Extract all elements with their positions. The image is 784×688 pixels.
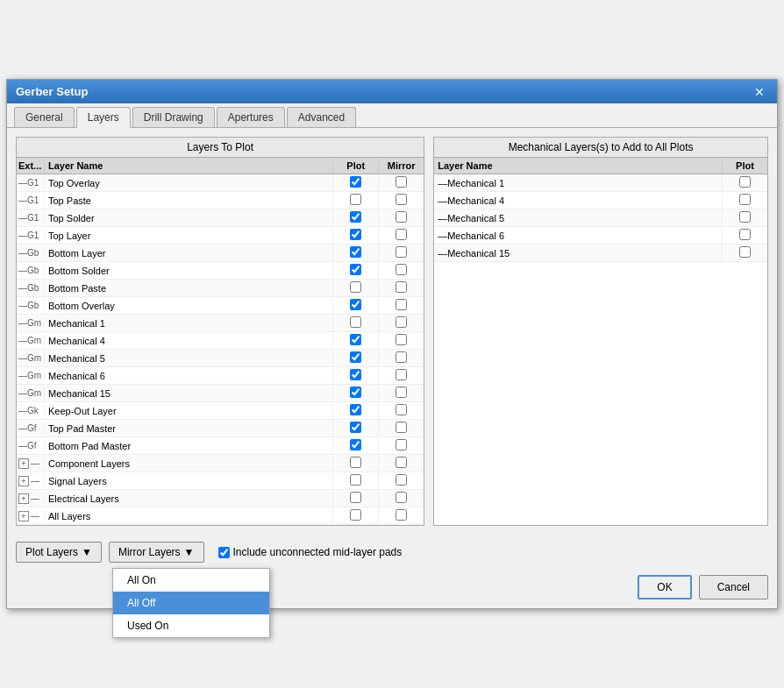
cell-plot[interactable] [332,193,378,209]
mirror-checkbox[interactable] [396,387,407,398]
plot-checkbox[interactable] [350,439,361,450]
cell-mirror[interactable] [378,193,424,209]
cell-plot[interactable] [332,456,378,472]
right-plot-checkbox[interactable] [739,194,751,205]
mirror-checkbox[interactable] [396,474,407,486]
cell-plot[interactable] [332,508,378,524]
tab-general[interactable]: General [14,107,75,127]
tab-apertures[interactable]: Apertures [217,107,285,127]
plot-checkbox[interactable] [350,369,361,380]
cell-plot[interactable] [332,386,378,401]
mirror-checkbox[interactable] [396,281,407,293]
mirror-checkbox[interactable] [396,509,407,521]
right-cell-plot[interactable] [722,175,767,191]
plot-checkbox[interactable] [350,422,361,433]
mirror-checkbox[interactable] [396,457,407,468]
mirror-checkbox[interactable] [396,492,407,503]
left-table-row[interactable]: —Gk Keep-Out Layer [17,402,424,420]
cell-plot[interactable] [332,245,378,261]
left-table-row[interactable]: —G1 Top Paste [17,192,424,209]
cell-plot[interactable] [332,491,378,507]
mirror-checkbox[interactable] [396,176,407,188]
plot-checkbox[interactable] [350,387,361,398]
plot-checkbox[interactable] [350,334,361,345]
left-table-row[interactable]: —Gf Top Pad Master [17,420,424,437]
expand-icon[interactable]: + [18,493,29,504]
left-table-row[interactable]: +— Electrical Layers [17,490,424,507]
right-plot-checkbox[interactable] [739,211,751,223]
plot-checkbox[interactable] [350,211,361,223]
left-table-row[interactable]: —Gm Mechanical 6 [17,367,424,385]
right-table-row[interactable]: —Mechanical 15 [434,245,767,262]
cell-plot[interactable] [332,333,378,349]
plot-checkbox[interactable] [350,281,361,293]
mirror-checkbox[interactable] [396,369,407,380]
plot-checkbox[interactable] [350,509,361,521]
cell-mirror[interactable] [378,508,424,524]
cell-plot[interactable] [332,438,378,454]
right-cell-plot[interactable] [722,193,767,209]
cell-mirror[interactable] [378,368,424,384]
cell-mirror[interactable] [378,491,424,507]
cell-plot[interactable] [332,228,378,244]
left-table-row[interactable]: —Gm Mechanical 15 [17,385,424,402]
left-table-row[interactable]: —Gf Bottom Pad Master [17,437,424,455]
mirror-checkbox[interactable] [396,211,407,223]
cell-plot[interactable] [332,280,378,296]
cell-mirror[interactable] [378,456,424,472]
mirror-checkbox[interactable] [396,439,407,450]
right-table-row[interactable]: —Mechanical 5 [434,209,767,227]
right-plot-checkbox[interactable] [739,176,751,188]
left-table-row[interactable]: —Gb Bottom Layer [17,245,424,262]
mirror-checkbox[interactable] [396,316,407,328]
cell-plot[interactable] [332,473,378,489]
cell-mirror[interactable] [378,351,424,366]
cell-mirror[interactable] [378,403,424,419]
cell-mirror[interactable] [378,421,424,436]
cell-mirror[interactable] [378,228,424,244]
plot-checkbox[interactable] [350,492,361,503]
plot-checkbox[interactable] [350,316,361,328]
left-table-row[interactable]: —G1 Top Solder [17,209,424,227]
mirror-layers-button[interactable]: Mirror Layers ▼ [109,542,204,563]
right-cell-plot[interactable] [722,228,767,244]
cell-mirror[interactable] [378,298,424,314]
cell-plot[interactable] [332,175,378,191]
right-table-row[interactable]: —Mechanical 4 [434,192,767,209]
tab-advanced[interactable]: Advanced [287,107,356,127]
dropdown-item-all-off[interactable]: All Off [113,592,269,614]
dropdown-item-all-on[interactable]: All On [113,569,269,592]
left-table-row[interactable]: —Gb Bottom Paste [17,280,424,297]
left-table-row[interactable]: +— Signal Layers [17,472,424,490]
cell-plot[interactable] [332,351,378,366]
mirror-checkbox[interactable] [396,264,407,275]
plot-checkbox[interactable] [350,246,361,258]
plot-checkbox[interactable] [350,351,361,363]
cell-plot[interactable] [332,421,378,436]
left-table-row[interactable]: —Gm Mechanical 5 [17,350,424,367]
close-button[interactable]: ✕ [751,86,768,98]
left-table-row[interactable]: —G1 Top Layer [17,227,424,245]
include-unconnected-checkbox[interactable] [218,547,230,558]
cell-mirror[interactable] [378,333,424,349]
cell-mirror[interactable] [378,245,424,261]
expand-icon[interactable]: + [18,476,29,486]
left-table-row[interactable]: —Gm Mechanical 4 [17,332,424,350]
cell-plot[interactable] [332,403,378,419]
mirror-checkbox[interactable] [396,334,407,345]
ok-button[interactable]: OK [638,575,691,599]
left-table-row[interactable]: —G1 Top Overlay [17,174,424,192]
left-table-row[interactable]: +— Component Layers [17,455,424,472]
right-table-row[interactable]: —Mechanical 1 [434,174,767,192]
cell-mirror[interactable] [378,210,424,226]
cell-plot[interactable] [332,263,378,279]
dropdown-item-used-on[interactable]: Used On [113,614,269,637]
plot-checkbox[interactable] [350,264,361,275]
right-plot-checkbox[interactable] [739,246,751,258]
cell-mirror[interactable] [378,316,424,331]
left-table-row[interactable]: —Gm Mechanical 1 [17,315,424,332]
right-table-row[interactable]: —Mechanical 6 [434,227,767,245]
tab-layers[interactable]: Layers [76,107,131,128]
cell-mirror[interactable] [378,280,424,296]
cell-mirror[interactable] [378,386,424,401]
